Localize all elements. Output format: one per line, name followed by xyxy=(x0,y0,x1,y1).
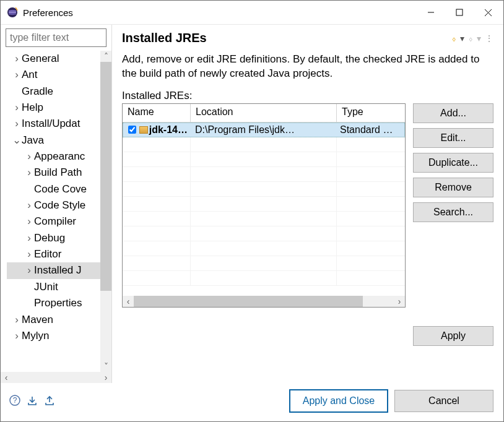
table-body: jdk-14… D:\Program Files\jdk… Standard … xyxy=(123,123,405,296)
tree-item-label: Appearanc xyxy=(34,149,85,165)
chevron-right-icon[interactable]: › xyxy=(12,116,22,132)
svg-rect-2 xyxy=(9,12,16,12)
tree-item-label: Gradle xyxy=(22,84,53,100)
table-scroll-left-icon[interactable]: ‹ xyxy=(123,296,134,306)
svg-rect-4 xyxy=(9,14,16,14)
chevron-right-icon[interactable]: › xyxy=(12,312,22,328)
tree-item-label: Maven xyxy=(22,312,53,328)
tree-item-code-cove[interactable]: Code Cove xyxy=(7,181,100,197)
tree-item-gradle[interactable]: Gradle xyxy=(7,84,100,100)
scroll-left-icon[interactable]: ‹ xyxy=(1,372,12,383)
column-name[interactable]: Name xyxy=(123,104,191,122)
tree-item-general[interactable]: ›General xyxy=(7,51,100,67)
preferences-tree[interactable]: ›General›AntGradle›Help›Install/Updat⌄Ja… xyxy=(1,51,100,372)
help-icon[interactable]: ? xyxy=(9,395,20,408)
chevron-right-icon[interactable]: › xyxy=(12,51,22,67)
filter-input[interactable] xyxy=(6,28,106,47)
tree-item-label: JUnit xyxy=(34,279,58,295)
tree-item-java[interactable]: ⌄Java xyxy=(7,132,100,149)
table-horizontal-scrollbar[interactable]: ‹ › xyxy=(123,296,405,307)
tree-item-mylyn[interactable]: ›Mylyn xyxy=(7,328,100,344)
svg-rect-3 xyxy=(9,11,16,11)
jre-default-checkbox[interactable] xyxy=(128,126,136,134)
chevron-right-icon[interactable]: › xyxy=(24,262,34,278)
tree-item-label: Installed J xyxy=(34,262,82,278)
tree-item-label: Install/Updat xyxy=(22,116,80,132)
table-scroll-right-icon[interactable]: › xyxy=(394,296,405,306)
tree-item-label: Code Cove xyxy=(34,181,87,197)
header-toolbar: ⬨ ▾ ⬨ ▾ ⋮ xyxy=(451,33,493,43)
tree-item-label: Compiler xyxy=(34,213,76,230)
svg-text:?: ? xyxy=(13,396,17,405)
table-scrollbar-thumb[interactable] xyxy=(134,296,363,307)
main-panel: Installed JREs ⬨ ▾ ⬨ ▾ ⋮ Add, remove or … xyxy=(112,25,503,383)
eclipse-icon xyxy=(7,7,18,18)
chevron-right-icon[interactable]: › xyxy=(24,213,34,230)
close-button[interactable] xyxy=(474,2,502,22)
jre-table[interactable]: Name Location Type jdk-14… D:\Program Fi… xyxy=(122,103,406,308)
tree-vertical-scrollbar[interactable]: ˄ ˅ xyxy=(100,51,111,372)
chevron-right-icon[interactable]: › xyxy=(12,100,22,116)
tree-item-install-updat[interactable]: ›Install/Updat xyxy=(7,116,100,132)
side-buttons: Add... Edit... Duplicate... Remove Searc… xyxy=(413,103,493,308)
back-icon[interactable]: ⬨ xyxy=(451,33,456,43)
remove-button[interactable]: Remove xyxy=(413,178,493,197)
tree-item-ant[interactable]: ›Ant xyxy=(7,67,100,83)
tree-item-compiler[interactable]: ›Compiler xyxy=(7,213,100,230)
scroll-up-icon[interactable]: ˄ xyxy=(100,51,111,62)
jre-name: jdk-14… xyxy=(149,124,188,136)
tree-item-debug[interactable]: ›Debug xyxy=(7,230,100,246)
tree-item-maven[interactable]: ›Maven xyxy=(7,312,100,328)
import-icon[interactable] xyxy=(27,395,38,408)
tree-item-appearanc[interactable]: ›Appearanc xyxy=(7,149,100,165)
forward-menu-icon: ▾ xyxy=(477,33,481,43)
tree-item-code-style[interactable]: ›Code Style xyxy=(7,197,100,213)
tree-item-junit[interactable]: JUnit xyxy=(7,279,100,295)
chevron-right-icon[interactable]: › xyxy=(24,197,34,213)
window-title: Preferences xyxy=(23,7,73,18)
apply-button[interactable]: Apply xyxy=(413,326,493,346)
tree-item-help[interactable]: ›Help xyxy=(7,100,100,116)
table-row[interactable]: jdk-14… D:\Program Files\jdk… Standard … xyxy=(123,123,405,137)
back-menu-icon[interactable]: ▾ xyxy=(460,33,464,43)
tree-item-properties[interactable]: Properties xyxy=(7,295,100,311)
scroll-down-icon[interactable]: ˅ xyxy=(100,361,111,372)
tree-item-build-path[interactable]: ›Build Path xyxy=(7,165,100,181)
view-menu-icon[interactable]: ⋮ xyxy=(485,33,493,43)
chevron-right-icon[interactable]: › xyxy=(24,149,34,165)
jre-type: Standard … xyxy=(336,124,404,136)
search-button[interactable]: Search... xyxy=(413,202,493,222)
tree-item-label: Debug xyxy=(34,230,65,246)
tree-item-installed-j[interactable]: ›Installed J xyxy=(7,262,100,278)
footer: ? Apply and Close Cancel xyxy=(1,383,503,421)
chevron-right-icon[interactable]: › xyxy=(24,230,34,246)
chevron-right-icon[interactable]: › xyxy=(12,67,22,83)
duplicate-button[interactable]: Duplicate... xyxy=(413,153,493,173)
tree-horizontal-scrollbar[interactable]: ‹ › xyxy=(1,372,111,383)
column-location[interactable]: Location xyxy=(191,104,337,122)
chevron-right-icon[interactable]: › xyxy=(12,328,22,344)
svg-rect-6 xyxy=(456,9,463,15)
export-icon[interactable] xyxy=(44,395,55,408)
column-type[interactable]: Type xyxy=(337,104,405,122)
chevron-down-icon[interactable]: ⌄ xyxy=(12,132,22,149)
jre-location: D:\Program Files\jdk… xyxy=(191,124,336,136)
tree-item-label: Build Path xyxy=(34,165,82,181)
empty-rows xyxy=(123,137,405,286)
minimize-button[interactable] xyxy=(417,2,445,22)
maximize-button[interactable] xyxy=(445,2,474,22)
chevron-right-icon[interactable]: › xyxy=(24,165,34,181)
jre-icon xyxy=(139,126,148,134)
tree-item-label: Help xyxy=(22,100,43,116)
scroll-right-icon[interactable]: › xyxy=(100,372,111,383)
chevron-right-icon[interactable]: › xyxy=(24,246,34,262)
scrollbar-thumb[interactable] xyxy=(100,62,111,291)
page-description: Add, remove or edit JRE definitions. By … xyxy=(122,53,493,81)
tree-item-label: Mylyn xyxy=(22,328,49,344)
edit-button[interactable]: Edit... xyxy=(413,128,493,148)
apply-and-close-button[interactable]: Apply and Close xyxy=(289,389,388,413)
tree-item-editor[interactable]: ›Editor xyxy=(7,246,100,262)
cancel-button[interactable]: Cancel xyxy=(394,390,493,412)
tree-item-label: Ant xyxy=(22,67,38,83)
add-button[interactable]: Add... xyxy=(413,103,493,123)
